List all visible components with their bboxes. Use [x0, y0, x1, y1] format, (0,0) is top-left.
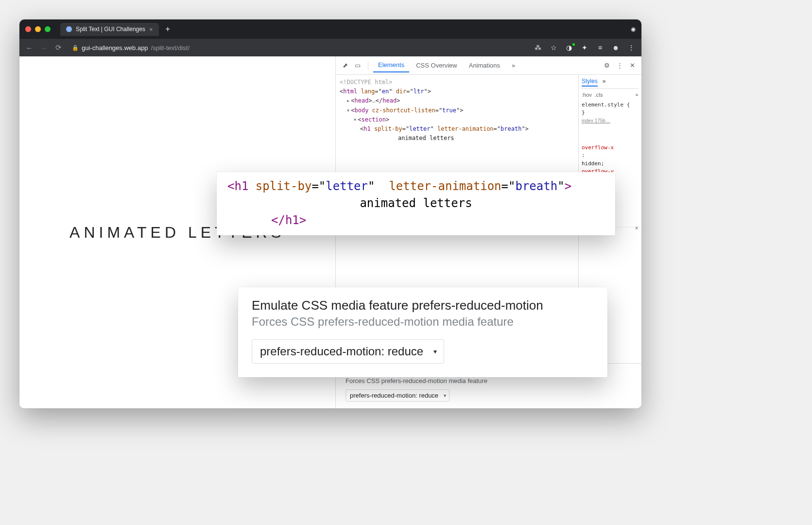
- tab-css-overview[interactable]: CSS Overview: [411, 59, 462, 72]
- extensions-icon[interactable]: ✦: [579, 44, 590, 52]
- profile-icon[interactable]: ☻: [610, 44, 621, 52]
- lock-icon: 🔒: [72, 45, 79, 51]
- render-callout-select-value: prefers-reduced-motion: reduce: [260, 345, 423, 358]
- url-path: /split-text/dist/: [151, 44, 190, 52]
- account-indicator-icon[interactable]: ◉: [631, 26, 636, 33]
- extension-visbug-icon[interactable]: ◑: [564, 44, 574, 52]
- render-callout-select[interactable]: prefers-reduced-motion: reduce ▾: [252, 339, 444, 364]
- url-field[interactable]: 🔒 gui-challenges.web.app/split-text/dist…: [68, 43, 193, 52]
- tab-elements[interactable]: Elements: [373, 58, 409, 72]
- reduced-motion-select[interactable]: prefers-reduced-motion: reduce ▾: [346, 389, 449, 402]
- devtools-toolbar: ⬈ ▭ Elements CSS Overview Animations » ⚙…: [336, 56, 641, 75]
- titlebar: Split Text | GUI Challenges × + ◉: [19, 19, 641, 39]
- tab-title: Split Text | GUI Challenges: [76, 26, 145, 33]
- window-controls: [25, 26, 51, 32]
- styles-element-style[interactable]: element.style { }: [582, 101, 639, 117]
- new-tab-button[interactable]: +: [162, 25, 174, 34]
- device-toggle-icon[interactable]: ▭: [352, 62, 363, 69]
- close-icon[interactable]: ×: [635, 223, 639, 233]
- tab-animations[interactable]: Animations: [464, 59, 505, 72]
- dom-h1-open[interactable]: <h1 split-by="letter" letter-animation="…: [340, 124, 574, 134]
- render-callout: Emulate CSS media feature prefers-reduce…: [238, 287, 607, 377]
- maximize-window-button[interactable]: [45, 26, 51, 32]
- close-window-button[interactable]: [25, 26, 31, 32]
- dom-head[interactable]: ▸<head>…</head>: [340, 96, 574, 105]
- back-button[interactable]: ←: [24, 44, 34, 52]
- content-area: ANIMATED LETTERS ⬈ ▭ Elements CSS Overvi…: [19, 56, 641, 408]
- code-line-3: </h1>: [227, 212, 605, 229]
- styles-source-link[interactable]: index 175b…: [582, 117, 639, 124]
- bookmark-icon[interactable]: ☆: [548, 44, 559, 52]
- minimize-window-button[interactable]: [35, 26, 41, 32]
- tab-strip: Split Text | GUI Challenges × +: [60, 23, 174, 36]
- dom-h1-text: animated letters: [340, 134, 574, 143]
- styles-hov-toggle[interactable]: :hov: [582, 91, 592, 99]
- styles-add-rule-button[interactable]: +: [636, 91, 639, 99]
- dom-doctype: <!DOCTYPE html>: [340, 79, 392, 86]
- styles-cls-toggle[interactable]: .cls: [595, 91, 603, 99]
- tab-split-text[interactable]: Split Text | GUI Challenges ×: [60, 23, 159, 36]
- chevron-down-icon: ▾: [444, 393, 446, 398]
- render-option-sub: Forces CSS prefers-reduced-motion media …: [346, 377, 632, 385]
- kebab-icon[interactable]: ⋮: [614, 62, 625, 69]
- code-line-1: <h1 split-by="letter" letter-animation="…: [227, 178, 605, 195]
- tab-styles-more[interactable]: »: [603, 77, 606, 87]
- dom-html-open[interactable]: <html lang="en" dir="ltr">: [340, 87, 574, 96]
- close-devtools-icon[interactable]: ✕: [627, 62, 638, 69]
- render-callout-title: Emulate CSS media feature prefers-reduce…: [252, 298, 594, 313]
- url-host: gui-challenges.web.app: [82, 44, 148, 52]
- dom-section-open[interactable]: ▾<section>: [340, 115, 574, 124]
- reading-list-icon[interactable]: ≡: [595, 44, 605, 52]
- close-tab-icon[interactable]: ×: [149, 26, 153, 33]
- inspect-element-icon[interactable]: ⬈: [340, 62, 350, 69]
- select-value: prefers-reduced-motion: reduce: [350, 392, 438, 399]
- code-line-2: animated letters: [227, 195, 605, 212]
- tab-more[interactable]: »: [507, 59, 520, 72]
- separator: [368, 61, 368, 70]
- dom-body-open[interactable]: ▾<body cz-shortcut-listen="true">: [340, 106, 574, 115]
- browser-window: Split Text | GUI Challenges × + ◉ ← → ⟳ …: [19, 19, 641, 408]
- code-callout: <h1 split-by="letter" letter-animation="…: [217, 172, 615, 235]
- forward-button[interactable]: →: [39, 44, 49, 52]
- translate-icon[interactable]: ⁂: [533, 44, 543, 52]
- gear-icon[interactable]: ⚙: [602, 62, 612, 69]
- render-callout-sub: Forces CSS prefers-reduced-motion media …: [252, 315, 594, 329]
- chevron-down-icon: ▾: [433, 348, 437, 355]
- globe-icon: [66, 26, 72, 32]
- reload-button[interactable]: ⟳: [53, 43, 63, 52]
- address-bar: ← → ⟳ 🔒 gui-challenges.web.app/split-tex…: [19, 39, 641, 56]
- tab-styles[interactable]: Styles: [582, 77, 598, 87]
- kebab-menu-icon[interactable]: ⋮: [626, 44, 637, 52]
